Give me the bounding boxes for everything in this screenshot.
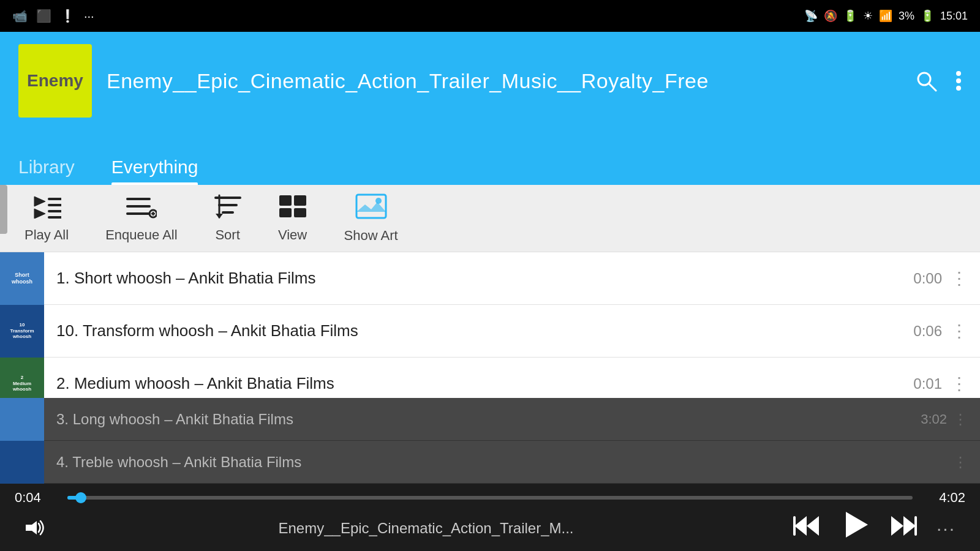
svg-point-4 (956, 86, 961, 91)
svg-rect-24 (279, 208, 292, 217)
svg-rect-22 (279, 195, 292, 206)
track-more-icon[interactable]: ⋮ (947, 411, 968, 428)
show-art-label: Show Art (344, 228, 398, 244)
play-all-button[interactable]: Play All (24, 194, 69, 243)
svg-rect-25 (294, 208, 306, 217)
play-all-icon (32, 194, 61, 222)
alert-icon: ❕ (60, 9, 75, 23)
player-bar: 0:04 4:02 Enemy__Epic_Cinematic_Action_T… (0, 484, 980, 551)
tab-everything[interactable]: Everything (111, 157, 198, 185)
svg-marker-35 (903, 516, 916, 536)
battery-percent: 3% (899, 10, 914, 23)
sort-button[interactable]: Sort (214, 194, 241, 243)
track-more-icon[interactable]: ⋮ (947, 454, 968, 471)
clock: 15:01 (940, 10, 968, 23)
total-time: 4:02 (922, 490, 965, 506)
view-button[interactable]: View (278, 194, 307, 243)
track-duration: 3:02 (921, 411, 947, 427)
svg-rect-36 (914, 516, 917, 536)
more-status-icon: ··· (84, 9, 94, 23)
overflow-menu-button[interactable] (956, 70, 962, 92)
track-thumbnail: 10Transformwhoosh (0, 305, 44, 358)
search-button[interactable] (915, 70, 937, 92)
list-item[interactable]: 4. Treble whoosh – Ankit Bhatia Films ⋮ (0, 441, 980, 484)
enqueue-all-label: Enqueue All (105, 227, 177, 243)
progress-fill (67, 496, 81, 500)
svg-marker-34 (891, 516, 903, 536)
track-duration: 0:00 (893, 270, 942, 287)
volume-button[interactable] (15, 515, 56, 542)
list-item[interactable]: 3. Long whoosh – Ankit Bhatia Films 3:02… (0, 398, 980, 441)
side-handle (0, 185, 7, 234)
player-controls: Enemy__Epic_Cinematic_Action_Trailer_M..… (0, 506, 980, 551)
svg-point-2 (956, 71, 961, 76)
svg-marker-21 (216, 214, 223, 219)
mute-icon: 🔕 (824, 9, 837, 23)
show-art-button[interactable]: Show Art (344, 193, 398, 244)
svg-rect-23 (294, 195, 306, 206)
svg-rect-32 (793, 516, 796, 536)
progress-row: 0:04 4:02 (0, 484, 980, 506)
status-left-icons: 📹 ⬛ ❕ ··· (12, 9, 94, 23)
fast-forward-button[interactable] (880, 515, 927, 542)
track-list: Shortwhoosh 1. Short whoosh – Ankit Bhat… (0, 252, 980, 398)
track-more-icon[interactable]: ⋮ (951, 321, 968, 341)
show-art-icon (355, 193, 387, 223)
sort-label: Sort (215, 227, 239, 243)
view-icon (278, 194, 307, 222)
list-item[interactable]: 10Transformwhoosh 10. Transform whoosh –… (0, 305, 980, 358)
tab-library[interactable]: Library (18, 157, 75, 185)
svg-rect-26 (356, 195, 386, 218)
svg-line-1 (929, 84, 936, 91)
signal-icon: 📶 (879, 9, 892, 23)
list-item[interactable]: 2Mediumwhoosh 2. Medium whoosh – Ankit B… (0, 358, 980, 398)
toolbar: Play All Enqueue All Sort (0, 185, 980, 252)
svg-point-3 (956, 78, 961, 83)
svg-marker-29 (26, 521, 37, 534)
battery-icon: 🔋 (843, 9, 857, 23)
track-title: 10. Transform whoosh – Ankit Bhatia Film… (44, 321, 893, 340)
enqueue-all-button[interactable]: Enqueue All (105, 194, 177, 243)
tabs-bar: Library Everything (0, 130, 980, 185)
track-title: 4. Treble whoosh – Ankit Bhatia Films (44, 454, 947, 471)
svg-marker-5 (34, 197, 45, 206)
track-thumbnail: Shortwhoosh (0, 252, 44, 305)
svg-marker-33 (846, 512, 868, 538)
battery-indicator: 🔋 (921, 9, 934, 23)
svg-marker-30 (807, 516, 819, 536)
status-right-icons: 📡 🔕 🔋 ☀ 📶 3% 🔋 15:01 (804, 9, 968, 23)
track-title: 1. Short whoosh – Ankit Bhatia Films (44, 269, 893, 288)
camera-icon: 📹 (12, 9, 28, 23)
track-more-icon[interactable]: ⋮ (951, 268, 968, 288)
status-bar: 📹 ⬛ ❕ ··· 📡 🔕 🔋 ☀ 📶 3% 🔋 15:01 (0, 0, 980, 32)
cast-icon: 📡 (804, 9, 818, 23)
enqueue-all-icon (126, 194, 157, 222)
play-all-label: Play All (24, 227, 69, 243)
current-time: 0:04 (15, 490, 58, 506)
record-icon: ⬛ (36, 9, 51, 23)
track-title: 3. Long whoosh – Ankit Bhatia Films (44, 411, 921, 428)
partial-tracks-overlay: 3. Long whoosh – Ankit Bhatia Films 3:02… (0, 398, 980, 484)
view-label: View (278, 227, 307, 243)
album-art: Enemy (18, 44, 92, 118)
rewind-button[interactable] (783, 515, 830, 542)
sort-icon (214, 194, 241, 222)
now-playing-title: Enemy__Epic_Cinematic_Action_Trailer_Mus… (107, 69, 900, 93)
track-thumbnail (0, 441, 44, 484)
svg-marker-8 (34, 209, 45, 219)
track-more-icon[interactable]: ⋮ (951, 373, 968, 394)
progress-bar[interactable] (67, 496, 913, 500)
player-track-title: Enemy__Epic_Cinematic_Action_Trailer_M..… (69, 520, 783, 537)
track-duration: 0:06 (893, 323, 942, 340)
track-thumbnail: 2Mediumwhoosh (0, 358, 44, 399)
list-item[interactable]: Shortwhoosh 1. Short whoosh – Ankit Bhat… (0, 252, 980, 305)
play-button[interactable] (830, 509, 880, 547)
app-bar: Enemy Enemy__Epic_Cinematic_Action_Trail… (0, 32, 980, 130)
svg-marker-27 (356, 202, 386, 212)
brightness-icon: ☀ (863, 9, 873, 23)
progress-dot (75, 492, 86, 503)
player-more-button[interactable]: ··· (927, 518, 965, 539)
track-thumbnail (0, 398, 44, 441)
svg-point-28 (375, 198, 382, 204)
svg-marker-31 (794, 516, 807, 536)
